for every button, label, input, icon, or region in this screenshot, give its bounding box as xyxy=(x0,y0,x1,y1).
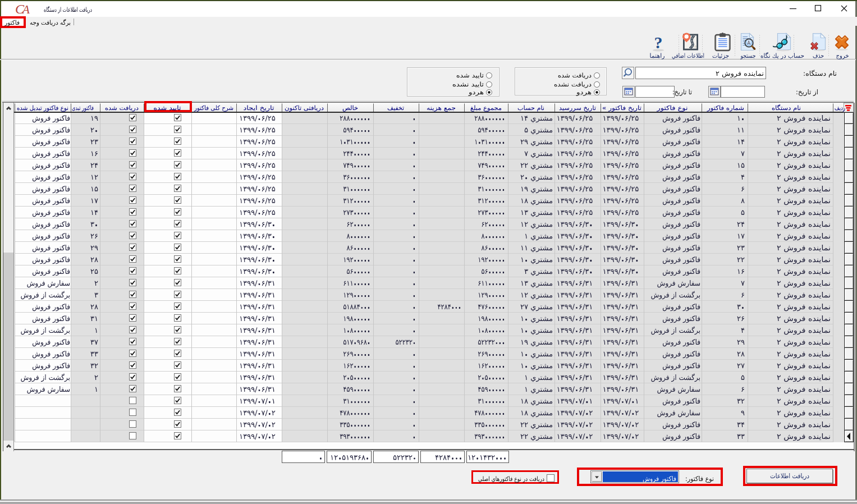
svg-text:?: ? xyxy=(654,34,663,52)
